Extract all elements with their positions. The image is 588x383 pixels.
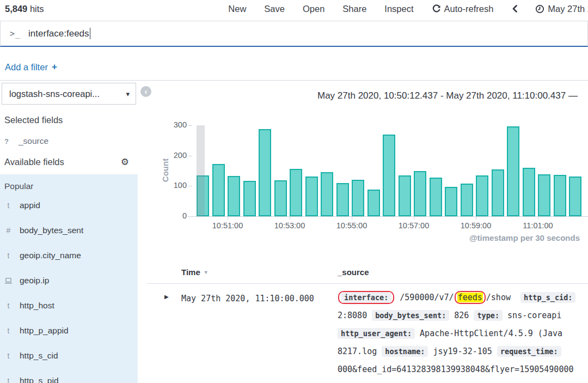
auto-refresh-button[interactable]: Auto-refresh	[432, 4, 494, 14]
number-type-icon: #	[4, 226, 13, 235]
hits-label: hits	[30, 4, 44, 14]
expand-row-button[interactable]: ▶	[164, 294, 169, 300]
source-text: /590000/v7/	[395, 293, 454, 302]
histogram-bar[interactable]	[569, 177, 581, 216]
y-tick-mark	[188, 156, 192, 156]
histogram-bar[interactable]	[212, 164, 225, 216]
auto-refresh-label: Auto-refresh	[444, 4, 494, 14]
x-tick-mark	[228, 216, 228, 220]
histogram-bar[interactable]	[430, 178, 442, 216]
field-item-body_bytes_sent[interactable]: #body_bytes_sent	[0, 218, 138, 243]
index-pattern-value: logstash-sns-coreapi...	[9, 89, 100, 99]
time-header-label: Time	[181, 268, 200, 277]
top-bar: 5,849 hits NewSaveOpenShareInspect Auto-…	[0, 0, 588, 17]
unknown-type-icon: ?	[4, 137, 12, 145]
hits-number: 5,849	[5, 4, 27, 14]
text-type-icon: t	[4, 376, 13, 383]
nav-item-share[interactable]: Share	[342, 4, 366, 14]
chevron-left-icon	[512, 4, 518, 13]
histogram-bar[interactable]	[259, 129, 271, 216]
field-item-http_s_pid[interactable]: thttp_s_pid	[0, 368, 138, 383]
selected-fields-header: Selected fields	[4, 115, 63, 125]
source-line: http_user_agent: Apache-HttpClient/4.5.9…	[338, 325, 588, 343]
field-sidebar: logstash-sns-coreapi... ▾ Selected field…	[0, 83, 138, 383]
histogram-bar[interactable]	[352, 180, 364, 216]
source-line: 8217.log hostname: jsy19-32-105 request_…	[338, 343, 588, 361]
source-line: 000&feed_id=641328398139938048&flyer=159…	[338, 361, 588, 379]
histogram-bar[interactable]	[507, 126, 519, 216]
histogram-bar[interactable]	[492, 169, 504, 216]
field-item-http_p_appid[interactable]: thttp_p_appid	[0, 318, 138, 343]
source-line: 2:8080 body_bytes_sent: 826 type: sns-co…	[338, 307, 588, 325]
nav-item-inspect[interactable]: Inspect	[384, 4, 413, 14]
histogram-bar[interactable]	[321, 172, 333, 216]
field-item-geoip.city_name[interactable]: tgeoip.city_name	[0, 243, 138, 268]
histogram-bar[interactable]	[274, 180, 287, 216]
kibana-discover-app: 5,849 hits NewSaveOpenShareInspect Auto-…	[0, 0, 588, 383]
x-tick-label: 11:01:00	[513, 221, 562, 230]
ip-type-icon	[4, 277, 13, 284]
text-type-icon: t	[4, 251, 13, 260]
x-axis-line	[188, 216, 588, 217]
field-item-http_host[interactable]: thttp_host	[0, 293, 138, 318]
search-bar: >_ interface:feeds	[0, 21, 588, 47]
histogram-bar[interactable]	[554, 175, 566, 216]
field-item-geoip.ip[interactable]: geoip.ip	[0, 268, 138, 293]
histogram-bar[interactable]	[445, 187, 457, 216]
histogram-bar[interactable]	[367, 190, 380, 216]
x-tick-mark	[352, 216, 352, 220]
source-text: sns-coreapi	[503, 311, 561, 320]
histogram-bar[interactable]	[399, 175, 411, 216]
sidebar-collapse-button[interactable]: ‹	[140, 86, 151, 97]
source-line: interface: /590000/v7/feeds/show http_s_…	[338, 289, 588, 307]
discover-main: ‹ May 27th 2020, 10:50:12.437 - May 27th…	[138, 83, 588, 383]
top-nav-links: NewSaveOpenShareInspect	[210, 4, 413, 14]
field-name: appid	[20, 200, 40, 210]
x-tick-mark	[290, 216, 290, 220]
histogram-bar[interactable]	[290, 169, 302, 216]
source-text: Apache-HttpClient/4.5.9 (Java	[415, 329, 562, 338]
field-item-http_s_cid[interactable]: thttp_s_cid	[0, 343, 138, 368]
add-filter-button[interactable]: Add a filter +	[5, 62, 57, 72]
histogram-bar[interactable]	[461, 184, 473, 216]
field-name: geoip.city_name	[20, 251, 81, 260]
field-name: http_host	[20, 301, 54, 311]
source-text: /show	[486, 293, 520, 302]
selected-field-source[interactable]: ? _source	[4, 136, 48, 146]
clock-icon	[535, 4, 544, 14]
histogram-bar[interactable]	[228, 176, 240, 216]
index-pattern-select[interactable]: logstash-sns-coreapi... ▾	[2, 83, 136, 105]
time-column-header[interactable]: Time▼	[181, 268, 209, 277]
time-back-button[interactable]	[512, 4, 518, 13]
histogram-bar[interactable]	[305, 177, 318, 216]
field-name: http_p_appid	[20, 326, 69, 336]
search-input[interactable]: interface:feeds	[28, 28, 90, 39]
source-text: 2:8080	[338, 311, 372, 320]
field-key-badge: http_s_cid:	[520, 292, 575, 303]
nav-item-open[interactable]: Open	[303, 4, 324, 14]
red-annotation-ring: interface:	[338, 291, 394, 304]
field-key-badge: request_time:	[497, 346, 561, 357]
histogram-bar[interactable]	[383, 135, 395, 216]
x-axis-label: @timestamp per 30 seconds	[469, 233, 580, 242]
nav-item-new[interactable]: New	[228, 4, 246, 14]
field-key-badge: interface:	[341, 292, 391, 303]
y-tick-mark	[188, 186, 192, 186]
nav-item-save[interactable]: Save	[264, 4, 285, 14]
sort-caret-icon: ▼	[204, 270, 209, 275]
y-tick-mark	[188, 125, 192, 126]
time-picker-button[interactable]: May 27th 2	[535, 4, 588, 14]
time-picker-label: May 27th 2	[548, 4, 588, 14]
histogram-bar[interactable]	[538, 174, 550, 216]
partial-bucket-overlay	[197, 125, 205, 216]
histogram	[195, 125, 588, 216]
histogram-bar[interactable]	[336, 183, 349, 216]
histogram-bar[interactable]	[476, 175, 488, 216]
console-prompt-icon: >_	[10, 29, 21, 39]
histogram-bar[interactable]	[414, 171, 426, 216]
histogram-bar[interactable]	[243, 181, 256, 216]
field-item-appid[interactable]: tappid	[0, 193, 138, 218]
gear-icon[interactable]: ⚙	[121, 157, 129, 167]
histogram-bar[interactable]	[523, 168, 535, 216]
text-type-icon: t	[4, 201, 13, 210]
